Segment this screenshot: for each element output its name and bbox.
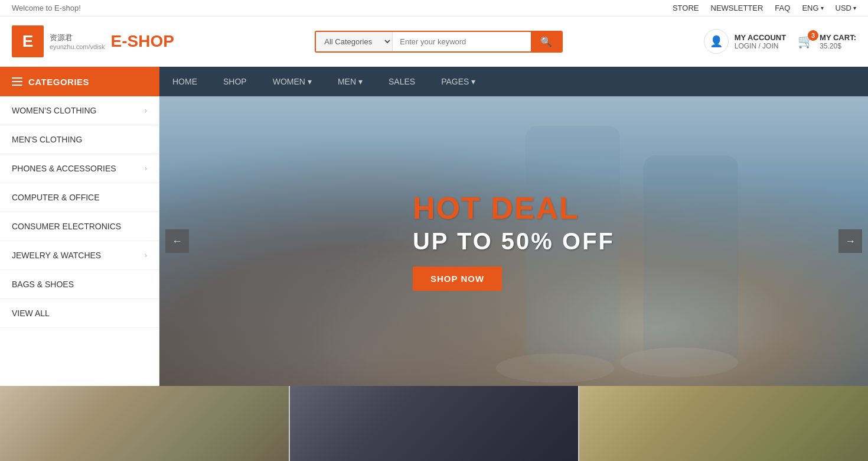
svg-rect-1: [644, 155, 738, 362]
sidebar-bags-label: BAGS & SHOES: [12, 280, 74, 289]
cart-text: MY CART: 35.20$: [820, 33, 856, 50]
sidebar-item-mens-clothing[interactable]: MEN'S CLOTHING: [0, 125, 159, 154]
sidebar-computer-label: COMPUTER & OFFICE: [12, 193, 100, 202]
sidebar: WOMEN'S CLOTHING › MEN'S CLOTHING PHONES…: [0, 96, 159, 386]
currency-caret-icon: ▾: [853, 5, 856, 11]
header: E 资源君 eyunzhu.com/vdisk E-SHOP All Categ…: [0, 17, 868, 67]
thumbnail-1-bg: [0, 386, 289, 461]
thumbnail-1[interactable]: [0, 386, 289, 461]
sidebar-phones-arrow-icon: ›: [145, 164, 147, 173]
faq-link[interactable]: FAQ: [775, 4, 790, 12]
sidebar-item-view-all[interactable]: VIEW ALL: [0, 299, 159, 328]
logo-e-highlight: E-: [111, 32, 128, 50]
top-bar-right: STORE NEWSLETTER FAQ ENG ▾ USD ▾: [673, 4, 856, 12]
svg-point-3: [620, 348, 738, 377]
logo-chinese: 资源君: [50, 33, 105, 43]
nav-men[interactable]: MEN ▾: [325, 67, 376, 96]
sidebar-item-womens-clothing[interactable]: WOMEN'S CLOTHING ›: [0, 96, 159, 125]
header-right: 👤 MY ACCOUNT LOGIN / JOIN 🛒 3 MY CART: 3…: [704, 29, 856, 54]
sidebar-item-phones[interactable]: PHONES & ACCESSORIES ›: [0, 154, 159, 183]
account-text: MY ACCOUNT LOGIN / JOIN: [735, 33, 786, 50]
language-selector[interactable]: ENG ▾: [802, 4, 823, 12]
nav-pages[interactable]: PAGES ▾: [428, 67, 488, 96]
logo-shop-text: SHOP: [128, 32, 174, 50]
thumbnail-2-bg: [290, 386, 579, 461]
account-section[interactable]: 👤 MY ACCOUNT LOGIN / JOIN: [704, 29, 786, 54]
nav-links: HOME SHOP WOMEN ▾ MEN ▾ SALES PAGES ▾: [159, 67, 488, 96]
thumbnail-3[interactable]: [579, 386, 868, 461]
nav-shop[interactable]: SHOP: [210, 67, 260, 96]
search-button[interactable]: 🔍: [531, 32, 562, 51]
sidebar-item-jewelry[interactable]: JEWELRY & WATCHES ›: [0, 241, 159, 270]
sidebar-item-consumer-electronics[interactable]: CONSUMER ELECTRONICS: [0, 212, 159, 241]
currency-selector[interactable]: USD ▾: [836, 4, 856, 12]
hero-title: HOT DEAL: [413, 191, 615, 225]
hero-content: HOT DEAL UP TO 50% OFF SHOP NOW: [377, 174, 650, 309]
nav-men-caret-icon: ▾: [358, 77, 363, 86]
sidebar-mens-label: MEN'S CLOTHING: [12, 135, 82, 144]
lang-caret-icon: ▾: [821, 5, 824, 11]
nav-women[interactable]: WOMEN ▾: [260, 67, 325, 96]
nav-women-caret-icon: ▾: [308, 77, 312, 86]
thumbnail-2[interactable]: [289, 386, 580, 461]
hero-subtitle: UP TO 50% OFF: [413, 228, 615, 255]
hamburger-icon: [12, 77, 22, 86]
language-label: ENG: [802, 4, 818, 12]
svg-point-2: [496, 353, 614, 383]
logo-url: eyunzhu.com/vdisk: [50, 43, 105, 50]
nav-pages-label: PAGES: [441, 77, 469, 86]
sidebar-consumer-label: CONSUMER ELECTRONICS: [12, 222, 121, 231]
sidebar-womens-arrow-icon: ›: [145, 106, 147, 115]
nav-pages-caret-icon: ▾: [471, 77, 475, 86]
search-bar: All Categories 🔍: [315, 31, 563, 53]
newsletter-link[interactable]: NEWSLETTER: [711, 4, 763, 12]
hero-section: ← HOT DEAL UP TO 50% OFF SHOP NOW →: [159, 96, 868, 386]
sidebar-jewelry-label: JEWELRY & WATCHES: [12, 251, 101, 260]
cart-icon-wrap: 🛒 3: [798, 34, 814, 49]
nav-sales[interactable]: SALES: [376, 67, 428, 96]
store-link[interactable]: STORE: [673, 4, 699, 12]
sidebar-jewelry-arrow-icon: ›: [145, 251, 147, 259]
nav-home[interactable]: HOME: [159, 67, 210, 96]
nav-bar: CATEGORIES HOME SHOP WOMEN ▾ MEN ▾ SALES…: [0, 67, 868, 96]
category-select[interactable]: All Categories: [316, 32, 393, 51]
welcome-text: Welcome to E-shop!: [12, 4, 81, 12]
logo-text: 资源君 eyunzhu.com/vdisk: [50, 33, 105, 50]
top-bar: Welcome to E-shop! STORE NEWSLETTER FAQ …: [0, 0, 868, 17]
account-icon: 👤: [704, 29, 729, 54]
logo-eshop: E-SHOP: [111, 32, 174, 51]
sidebar-phones-label: PHONES & ACCESSORIES: [12, 164, 116, 173]
logo-section[interactable]: E 资源君 eyunzhu.com/vdisk E-SHOP: [12, 25, 174, 57]
hero-next-button[interactable]: →: [838, 229, 862, 253]
hero-shop-button[interactable]: SHOP NOW: [413, 267, 502, 291]
sidebar-item-computer[interactable]: COMPUTER & OFFICE: [0, 183, 159, 212]
account-label: MY ACCOUNT: [735, 33, 786, 42]
nav-women-label: WOMEN: [273, 77, 305, 86]
categories-label: CATEGORIES: [28, 77, 89, 87]
cart-label: MY CART:: [820, 33, 856, 42]
currency-label: USD: [836, 4, 851, 12]
nav-men-label: MEN: [338, 77, 356, 86]
sidebar-womens-label: WOMEN'S CLOTHING: [12, 106, 96, 115]
cart-amount: 35.20$: [820, 42, 856, 50]
hero-prev-button[interactable]: ←: [165, 229, 189, 253]
logo-box: E: [12, 25, 44, 57]
sidebar-item-bags[interactable]: BAGS & SHOES: [0, 270, 159, 299]
cart-section[interactable]: 🛒 3 MY CART: 35.20$: [798, 33, 856, 50]
sidebar-view-all-label: VIEW ALL: [12, 309, 50, 318]
thumbnails-section: [0, 386, 868, 461]
thumbnail-3-bg: [579, 386, 868, 461]
categories-button[interactable]: CATEGORIES: [0, 67, 159, 96]
main-content: WOMEN'S CLOTHING › MEN'S CLOTHING PHONES…: [0, 96, 868, 386]
search-input[interactable]: [393, 32, 531, 51]
account-sub: LOGIN / JOIN: [735, 42, 786, 50]
cart-badge: 3: [808, 30, 818, 41]
